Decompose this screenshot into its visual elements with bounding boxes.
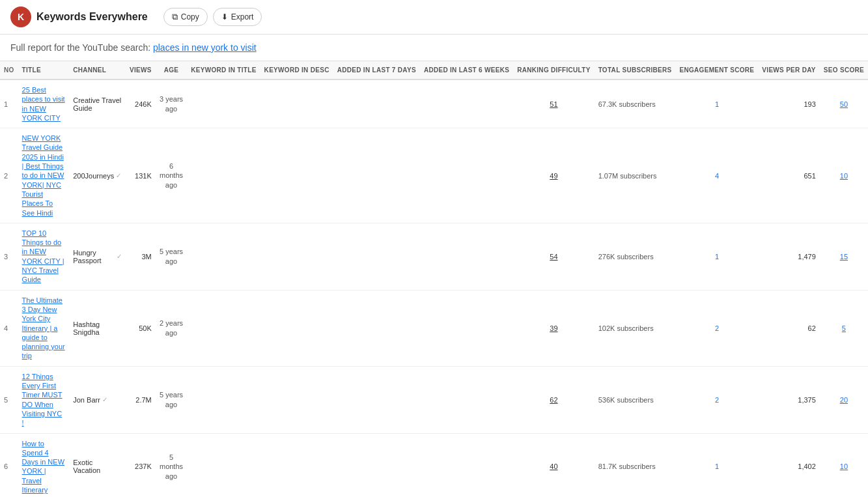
cell-keyword-title (187, 433, 260, 497)
export-icon: ⬇ (221, 12, 228, 21)
cell-added7 (333, 433, 420, 497)
seo-link[interactable]: 20 (840, 396, 848, 404)
copy-button[interactable]: ⧉ Copy (163, 8, 208, 26)
cell-subscribers: 276K subscribers (595, 223, 676, 290)
cell-age: 6 months ago (156, 128, 187, 223)
table-row: 512 Things Every First Timer MUST DO Whe… (0, 366, 868, 433)
cell-keyword-desc (260, 223, 333, 290)
search-term-link[interactable]: places in new york to visit (153, 42, 257, 53)
cell-keyword-title (187, 366, 260, 433)
cell-title: TOP 10 Things to do in NEW YORK CITY | N… (18, 223, 70, 290)
cell-added6 (420, 223, 513, 290)
cell-engagement: 2 (676, 366, 759, 433)
cell-views: 50K (126, 290, 156, 366)
cell-ranking: 39 (513, 290, 594, 366)
logo: K Keywords Everywhere (10, 7, 148, 27)
cell-no: 3 (0, 223, 18, 290)
verified-icon: ✓ (117, 253, 122, 260)
cell-added6 (420, 433, 513, 497)
verified-icon: ✓ (102, 396, 107, 403)
cell-seo: 10 (820, 128, 868, 223)
cell-channel: Hashtag Snigdha (69, 290, 126, 366)
col-subscribers: TOTAL SUBSCRIBERS (595, 61, 676, 80)
col-vpd: VIEWS PER DAY (758, 61, 819, 80)
col-age: AGE (156, 61, 187, 80)
ranking-number: 39 (550, 324, 557, 332)
seo-link[interactable]: 10 (840, 172, 848, 180)
cell-keyword-title (187, 79, 260, 128)
cell-keyword-desc (260, 366, 333, 433)
col-views: VIEWS (126, 61, 156, 80)
ranking-number: 51 (550, 100, 557, 108)
channel-name: Hungry Passport ✓ (73, 249, 122, 264)
results-table: NO TITLE CHANNEL VIEWS AGE KEYWORD IN TI… (0, 61, 868, 497)
cell-engagement: 4 (676, 128, 759, 223)
channel-name: Jon Barr ✓ (73, 396, 122, 404)
cell-ranking: 40 (513, 433, 594, 497)
cell-subscribers: 1.07M subscribers (595, 128, 676, 223)
logo-icon: K (10, 7, 31, 27)
cell-engagement: 1 (676, 79, 759, 128)
cell-engagement: 1 (676, 433, 759, 497)
ranking-number: 62 (550, 396, 557, 404)
action-buttons: ⧉ Copy ⬇ Export (163, 8, 262, 26)
page-subtitle: Full report for the YouTube search: plac… (0, 35, 868, 61)
cell-ranking: 62 (513, 366, 594, 433)
cell-seo: 50 (820, 79, 868, 128)
cell-subscribers: 102K subscribers (595, 290, 676, 366)
cell-added7 (333, 290, 420, 366)
cell-added7 (333, 79, 420, 128)
table-row: 125 Best places to visit in NEW YORK CIT… (0, 79, 868, 128)
cell-subscribers: 81.7K subscribers (595, 433, 676, 497)
export-button[interactable]: ⬇ Export (213, 8, 262, 26)
cell-seo: 5 (820, 290, 868, 366)
col-seo: SEO SCORE (820, 61, 868, 80)
title-link[interactable]: NEW YORK Travel Guide 2025 in Hindi | Be… (22, 134, 64, 216)
cell-age: 5 years ago (156, 366, 187, 433)
engagement-number: 1 (715, 100, 719, 108)
channel-name: Exotic Vacation (73, 459, 122, 474)
copy-icon: ⧉ (172, 12, 178, 22)
table-row: 6How to Spend 4 Days in NEW YORK | Trave… (0, 433, 868, 497)
engagement-number: 4 (715, 172, 719, 180)
col-added6: ADDED IN LAST 6 WEEKS (420, 61, 513, 80)
cell-ranking: 49 (513, 128, 594, 223)
cell-channel: 200Journeys ✓ (69, 128, 126, 223)
col-engagement: ENGAGEMENT SCORE (676, 61, 759, 80)
title-link[interactable]: 12 Things Every First Timer MUST DO When… (22, 373, 63, 427)
cell-keyword-title (187, 223, 260, 290)
cell-views: 3M (126, 223, 156, 290)
engagement-number: 2 (715, 396, 719, 404)
col-keyword-title: KEYWORD IN TITLE (187, 61, 260, 80)
cell-title: The Ultimate 3 Day New York City Itinera… (18, 290, 70, 366)
title-link[interactable]: 25 Best places to visit in NEW YORK CITY (22, 86, 65, 122)
cell-title: NEW YORK Travel Guide 2025 in Hindi | Be… (18, 128, 70, 223)
cell-keyword-title (187, 128, 260, 223)
col-keyword-desc: KEYWORD IN DESC (260, 61, 333, 80)
results-table-wrapper: NO TITLE CHANNEL VIEWS AGE KEYWORD IN TI… (0, 61, 868, 497)
cell-title: How to Spend 4 Days in NEW YORK | Travel… (18, 433, 70, 497)
engagement-number: 2 (715, 324, 719, 332)
cell-engagement: 2 (676, 290, 759, 366)
seo-link[interactable]: 15 (840, 253, 848, 261)
channel-name: Creative Travel Guide (73, 96, 122, 112)
seo-link[interactable]: 50 (840, 100, 848, 108)
cell-keyword-desc (260, 290, 333, 366)
title-link[interactable]: The Ultimate 3 Day New York City Itinera… (22, 296, 65, 360)
cell-seo: 15 (820, 223, 868, 290)
app-title: Keywords Everywhere (36, 11, 148, 23)
cell-vpd: 1,479 (758, 223, 819, 290)
seo-link[interactable]: 5 (842, 324, 846, 332)
cell-vpd: 62 (758, 290, 819, 366)
title-link[interactable]: How to Spend 4 Days in NEW YORK | Travel… (22, 440, 64, 494)
cell-views: 2.7M (126, 366, 156, 433)
title-link[interactable]: TOP 10 Things to do in NEW YORK CITY | N… (22, 229, 64, 283)
cell-age: 2 years ago (156, 290, 187, 366)
engagement-number: 1 (715, 462, 719, 470)
cell-keyword-title (187, 290, 260, 366)
cell-channel: Jon Barr ✓ (69, 366, 126, 433)
header: K Keywords Everywhere ⧉ Copy ⬇ Export (0, 0, 868, 35)
cell-no: 6 (0, 433, 18, 497)
seo-link[interactable]: 10 (840, 462, 848, 470)
col-title: TITLE (18, 61, 70, 80)
